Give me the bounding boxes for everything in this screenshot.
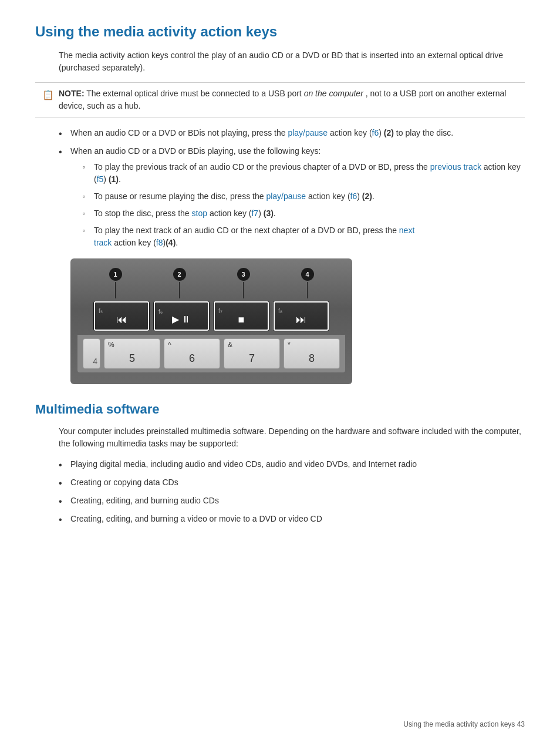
- sub2-mid2: ): [357, 191, 362, 201]
- callout-row: 1 2 3 4: [77, 268, 345, 298]
- key-5-sym: %: [108, 341, 114, 348]
- bullet-list-section2: Playing digital media, including audio a…: [59, 458, 525, 525]
- key-6-num: 6: [189, 352, 195, 365]
- key-f8-label: f₈: [278, 308, 282, 314]
- callout-line-2: [179, 282, 180, 298]
- note-content: NOTE: The external optical drive must be…: [59, 88, 518, 112]
- key-f5-symbol: ⏮: [116, 314, 127, 325]
- note-box: 📋 NOTE: The external optical drive must …: [35, 82, 525, 117]
- function-keys-row: f₅ ⏮ f₆ ▶ ⏸ f₇ ■ f₈ ⏭: [77, 301, 345, 331]
- callout-1-wrapper: 1: [109, 268, 122, 298]
- key-4-partial: 4: [83, 338, 100, 369]
- note-text-italic: on the computer: [304, 89, 363, 98]
- key-6-sym: ^: [168, 341, 171, 348]
- sub3-before: To stop the disc, press the: [94, 209, 192, 218]
- key-f8-ref: f8: [156, 238, 163, 247]
- callout-circle-2: 2: [173, 268, 186, 281]
- bullet-media-1: Playing digital media, including audio a…: [59, 458, 525, 471]
- sub3-after: .: [274, 209, 276, 218]
- key-5-num: 5: [129, 352, 135, 365]
- key-f7-label: f₇: [218, 308, 222, 314]
- sub2-before: To pause or resume playing the disc, pre…: [94, 191, 266, 201]
- sub4-mid1: action key (: [112, 238, 156, 247]
- section1-title: Using the media activity action keys: [35, 23, 525, 40]
- bullet1-bold: (2): [384, 128, 394, 137]
- page-footer: Using the media activity action keys 43: [403, 720, 525, 728]
- sub2-bold: (2): [362, 191, 372, 201]
- sub4-before: To play the next track of an audio CD or…: [94, 226, 399, 235]
- key-f5: f₅ ⏮: [93, 301, 150, 331]
- bullet1-text-before: When an audio CD or a DVD or BDis not pl…: [70, 128, 288, 137]
- key-f6-ref-1: f6: [372, 128, 379, 137]
- key-7-num: 7: [249, 352, 255, 365]
- bullet2-text: When an audio CD or a DVD or BDis playin…: [70, 146, 321, 156]
- key-f5-ref: f5: [97, 174, 104, 184]
- link-stop[interactable]: stop: [192, 209, 207, 218]
- key-f6: f₆ ▶ ⏸: [153, 301, 210, 331]
- key-f6-label: f₆: [158, 309, 163, 315]
- sub3-mid2: ): [258, 209, 264, 218]
- number-keys-row: 4 % 5 ^ 6 & 7 * 8: [77, 335, 345, 372]
- sub-bullet-2: To pause or resume playing the disc, pre…: [82, 190, 525, 203]
- bullet-media-2: Creating or copying data CDs: [59, 476, 525, 489]
- bullet1-text-mid: action key (: [328, 128, 372, 137]
- callout-2-wrapper: 2: [173, 268, 186, 298]
- bullet1-text-mid2: ): [379, 128, 384, 137]
- key-7: & 7: [224, 338, 280, 369]
- bullet1-text-after: to play the disc.: [394, 128, 453, 137]
- bullet-list-section1: When an audio CD or a DVD or BDis not pl…: [59, 127, 525, 249]
- callout-circle-4: 4: [301, 268, 314, 281]
- key-f6-ref-2: f6: [350, 191, 357, 201]
- bullet-media-4: Creating, editing, and burning a video o…: [59, 513, 525, 525]
- callout-line-4: [307, 282, 308, 298]
- callout-line-1: [115, 282, 116, 298]
- sub4-after: .: [176, 238, 178, 247]
- note-text-before: The external optical drive must be conne…: [86, 89, 303, 98]
- keyboard-diagram: 1 2 3 4 f₅ ⏮ f₆: [70, 258, 352, 384]
- section2-intro: Your computer includes preinstalled mult…: [59, 425, 525, 450]
- key-8-num: 8: [309, 352, 315, 365]
- note-icon: 📋: [42, 88, 54, 102]
- key-f7: f₇ ■: [213, 301, 269, 331]
- key-8-sym: *: [288, 341, 291, 348]
- sub2-mid1: action key (: [306, 191, 350, 201]
- key-7-sym: &: [228, 341, 232, 348]
- key-f8: f₈ ⏭: [273, 301, 329, 331]
- key-5: % 5: [104, 338, 160, 369]
- sub1-mid2: ): [103, 174, 109, 184]
- key-6: ^ 6: [164, 338, 220, 369]
- bullet-media-3: Creating, editing, and burning audio CDs: [59, 495, 525, 507]
- sub-bullet-1: To play the previous track of an audio C…: [82, 161, 525, 186]
- link-playpause-1[interactable]: play/pause: [288, 128, 328, 137]
- bullet-item-2: When an audio CD or a DVD or BDis playin…: [59, 145, 525, 249]
- link-previous-track[interactable]: previous track: [430, 162, 481, 172]
- sub2-after: .: [372, 191, 375, 201]
- key-f7-symbol: ■: [238, 314, 245, 325]
- link-playpause-2[interactable]: play/pause: [266, 191, 306, 201]
- key-f8-symbol: ⏭: [296, 314, 306, 325]
- key-8: * 8: [284, 338, 340, 369]
- sub3-mid1: action key (: [207, 209, 251, 218]
- key-f5-label: f₅: [99, 308, 103, 314]
- keyboard-outer: 1 2 3 4 f₅ ⏮ f₆: [70, 258, 352, 384]
- key-f6-symbol: ▶ ⏸: [172, 315, 191, 324]
- sub-bullet-4: To play the next track of an audio CD or…: [82, 224, 525, 249]
- section1-intro: The media activity action keys control t…: [59, 49, 525, 74]
- callout-line-3: [243, 282, 244, 298]
- sub1-after: .: [119, 174, 121, 184]
- footer-text: Using the media activity action keys 43: [403, 720, 525, 728]
- sub-bullet-list: To play the previous track of an audio C…: [82, 161, 525, 249]
- sub4-bold: (4): [166, 238, 176, 247]
- section2-title: Multimedia software: [35, 402, 525, 417]
- sub3-bold: (3): [264, 209, 274, 218]
- callout-3-wrapper: 3: [237, 268, 250, 298]
- callout-4-wrapper: 4: [301, 268, 314, 298]
- sub1-bold: (1): [109, 174, 119, 184]
- key-f7-ref: f7: [251, 209, 258, 218]
- note-label: NOTE:: [59, 89, 85, 98]
- sub-bullet-3: To stop the disc, press the stop action …: [82, 207, 525, 220]
- sub1-before: To play the previous track of an audio C…: [94, 162, 430, 172]
- bullet-item-1: When an audio CD or a DVD or BDis not pl…: [59, 127, 525, 139]
- callout-circle-3: 3: [237, 268, 250, 281]
- callout-circle-1: 1: [109, 268, 122, 281]
